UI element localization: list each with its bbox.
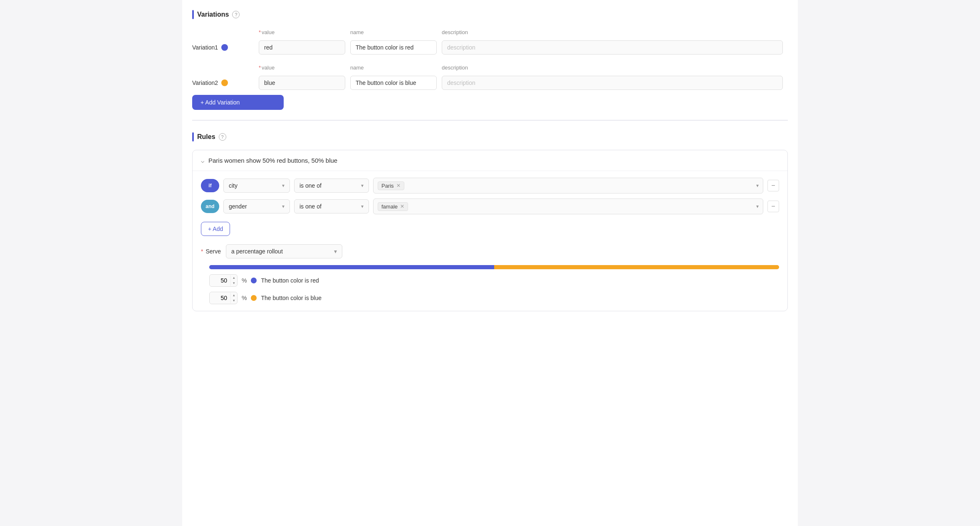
city-field-select[interactable]: city ▾ xyxy=(223,179,290,193)
pct-up-1[interactable]: ▴ xyxy=(231,275,237,280)
gender-field-select[interactable]: gender ▾ xyxy=(223,199,290,213)
required-mark: * xyxy=(259,29,261,35)
remove-condition-2-button[interactable]: − xyxy=(767,201,779,212)
variation2-label: Variation2 xyxy=(192,77,259,89)
percentage-row-1: ▴ ▾ % The button color is red xyxy=(209,274,779,287)
city-field-label: city xyxy=(229,182,238,189)
pct-down-1[interactable]: ▾ xyxy=(231,280,237,286)
famale-tag: famale ✕ xyxy=(378,202,408,211)
variation1-value-input[interactable] xyxy=(259,40,345,55)
paris-tag: Paris ✕ xyxy=(378,181,404,190)
serve-select[interactable]: a percentage rollout ▾ xyxy=(226,244,342,258)
famale-tag-text: famale xyxy=(381,203,398,210)
description-col-header: description xyxy=(442,27,788,39)
condition-row-2: and gender ▾ is one of ▾ famale ✕ xyxy=(201,198,779,214)
gender-tag-input[interactable]: famale ✕ ▾ xyxy=(373,198,763,214)
variation-column-headers: *value name description xyxy=(192,27,788,40)
pct-down-2[interactable]: ▾ xyxy=(231,298,237,303)
gender-caret-icon: ▾ xyxy=(282,203,285,209)
pct-up-2[interactable]: ▴ xyxy=(231,293,237,298)
variations-title: Variations xyxy=(197,11,229,18)
variation2-text: Variation2 xyxy=(192,79,218,86)
progress-bar-blue xyxy=(209,265,494,269)
pct-dot-2 xyxy=(251,295,257,301)
rule-card-header[interactable]: ⌵ Paris women show 50% red buttons, 50% … xyxy=(193,150,787,171)
pct-unit-2: % xyxy=(242,295,247,301)
if-badge: if xyxy=(201,179,219,192)
famale-tag-remove[interactable]: ✕ xyxy=(400,203,404,209)
pct-input-1[interactable] xyxy=(210,275,230,286)
condition-row-1: if city ▾ is one of ▾ Paris ✕ ▾ xyxy=(201,178,779,194)
city-operator-label: is one of xyxy=(299,182,322,189)
rules-header: Rules ? xyxy=(192,132,788,141)
tag-input-caret-icon: ▾ xyxy=(756,183,759,189)
percentage-rollout-bar xyxy=(209,265,779,269)
name-col-header-2: name xyxy=(350,63,442,74)
serve-row: * Serve a percentage rollout ▾ xyxy=(201,244,779,258)
rules-section-bar xyxy=(192,132,194,141)
rule-body: if city ▾ is one of ▾ Paris ✕ ▾ xyxy=(193,171,787,311)
rules-section: Rules ? ⌵ Paris women show 50% red butto… xyxy=(192,121,788,311)
variation1-text: Variation1 xyxy=(192,44,218,51)
serve-option-text: a percentage rollout xyxy=(231,248,283,255)
pct-spinners-2: ▴ ▾ xyxy=(230,293,237,303)
serve-required-mark: * xyxy=(201,248,203,255)
page-container: Variations ? *value name description Var… xyxy=(182,0,798,526)
rules-help-icon[interactable]: ? xyxy=(219,133,226,141)
remove-condition-1-button[interactable]: − xyxy=(767,180,779,191)
pct-spinners-1: ▴ ▾ xyxy=(230,275,237,286)
variation2-col-headers: *value name description xyxy=(192,60,788,76)
variations-header: Variations ? xyxy=(192,10,788,19)
variation2-dot xyxy=(221,79,228,86)
variations-help-icon[interactable]: ? xyxy=(232,11,240,18)
pct-variation-name-1: The button color is red xyxy=(261,277,319,284)
city-operator-select[interactable]: is one of ▾ xyxy=(294,179,369,193)
progress-bar-orange xyxy=(494,265,779,269)
pct-input-wrap-1: ▴ ▾ xyxy=(209,274,238,287)
name-col-header: name xyxy=(350,27,442,39)
pct-dot-1 xyxy=(251,278,257,283)
value-col-header-2: *value xyxy=(259,63,350,74)
serve-select-caret-icon: ▾ xyxy=(334,248,337,255)
rules-title: Rules xyxy=(197,133,215,141)
pct-variation-name-2: The button color is blue xyxy=(261,295,322,301)
city-tag-input[interactable]: Paris ✕ ▾ xyxy=(373,178,763,194)
add-variation-button[interactable]: + Add Variation xyxy=(192,95,284,110)
pct-unit-1: % xyxy=(242,277,247,284)
gender-operator-select[interactable]: is one of ▾ xyxy=(294,199,369,213)
section-bar xyxy=(192,10,194,19)
variation1-name-input[interactable] xyxy=(350,40,437,55)
paris-tag-text: Paris xyxy=(381,183,394,189)
value-col-header: *value xyxy=(259,27,350,39)
variation2-name-input[interactable] xyxy=(350,76,437,90)
chevron-down-icon: ⌵ xyxy=(201,157,204,164)
variation1-dot xyxy=(221,44,228,51)
add-condition-button[interactable]: + Add xyxy=(201,222,230,236)
serve-label-text: Serve xyxy=(205,248,221,255)
percentage-row-2: ▴ ▾ % The button color is blue xyxy=(209,292,779,304)
gender-operator-label: is one of xyxy=(299,203,322,210)
gender-operator-caret-icon: ▾ xyxy=(361,203,364,209)
rule-title: Paris women show 50% red buttons, 50% bl… xyxy=(208,157,337,164)
variation2-description-input[interactable] xyxy=(442,76,783,90)
pct-input-2[interactable] xyxy=(210,292,230,304)
variation1-label: Variation1 xyxy=(192,42,259,53)
variation-row-1: Variation1 xyxy=(192,40,788,55)
city-operator-caret-icon: ▾ xyxy=(361,183,364,189)
variation2-value-input[interactable] xyxy=(259,76,345,90)
variation1-description-input[interactable] xyxy=(442,40,783,55)
paris-tag-remove[interactable]: ✕ xyxy=(396,183,401,189)
variation-row-2: Variation2 xyxy=(192,76,788,90)
description-col-header-2: description xyxy=(442,63,788,74)
variations-section: Variations ? *value name description Var… xyxy=(192,10,788,121)
gender-field-label: gender xyxy=(229,203,247,210)
city-caret-icon: ▾ xyxy=(282,183,285,189)
rule-card: ⌵ Paris women show 50% red buttons, 50% … xyxy=(192,150,788,311)
and-badge: and xyxy=(201,200,219,213)
pct-input-wrap-2: ▴ ▾ xyxy=(209,292,238,304)
gender-tag-input-caret-icon: ▾ xyxy=(756,203,759,209)
